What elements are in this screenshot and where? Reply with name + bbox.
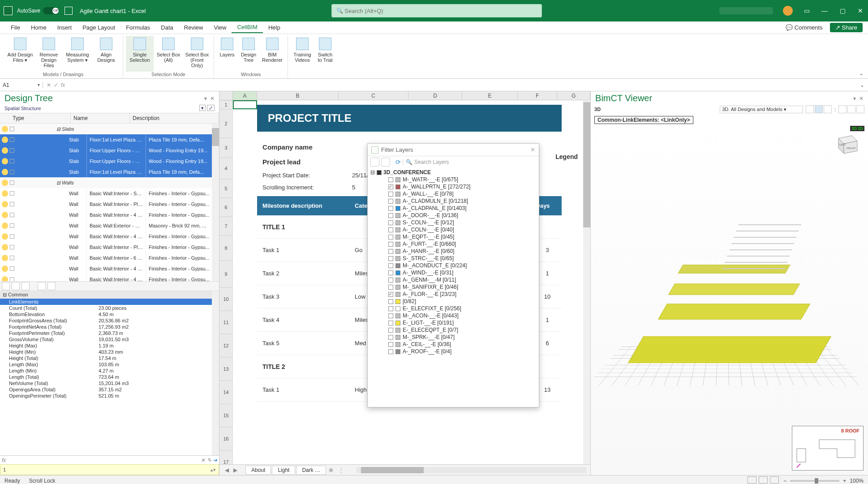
bim-close-icon[interactable]: ✕: [859, 95, 864, 102]
toolbar-btn-4[interactable]: [38, 282, 46, 290]
property-row[interactable]: Length (Min)4.27 m: [0, 368, 219, 374]
filter-layer-item[interactable]: A-_FLOR-__-E [23/23]: [370, 291, 536, 298]
add-design-files-button[interactable]: Add Design Files ▾: [6, 36, 34, 72]
tab-home[interactable]: Home: [26, 22, 52, 33]
bim-renderer-button[interactable]: BIM Renderer: [260, 36, 285, 72]
autosave-switch[interactable]: Off: [43, 7, 59, 14]
zoom-out-icon[interactable]: −: [783, 478, 786, 484]
tree-scrollbar[interactable]: [212, 124, 219, 281]
panel-dropdown-icon[interactable]: ▾: [204, 95, 207, 102]
tab-data[interactable]: Data: [155, 22, 178, 33]
bim-tool-6[interactable]: [856, 105, 864, 113]
minimize-button[interactable]: —: [821, 7, 829, 15]
filter-layer-item[interactable]: A-_HANR-__-E [0/60]: [370, 248, 536, 255]
fx-icon[interactable]: fx: [61, 82, 65, 88]
row-header[interactable]: 14: [219, 381, 233, 404]
col-type[interactable]: Type: [0, 113, 71, 123]
tree-row[interactable]: WallBasic Wall:Interior - Plu...Finishes…: [0, 242, 219, 253]
tree-row[interactable]: WallBasic Wall:Interior - Plu...Finishes…: [0, 199, 219, 210]
filter-layer-item[interactable]: E-_LIGT-__-E [0/191]: [370, 319, 536, 326]
filter-layer-item[interactable]: A-_DOOR-__-E [0/136]: [370, 212, 536, 219]
props-go-icon[interactable]: ➜: [213, 457, 217, 463]
filter-root-node[interactable]: ⊟ 3D_CONFERENCE: [370, 169, 536, 176]
col-header-a[interactable]: A: [233, 91, 257, 100]
tree-row[interactable]: SlabFloor:Upper Floors - Carp...Wood - F…: [0, 145, 219, 156]
remove-design-files-button[interactable]: Remove Design Files: [35, 36, 63, 72]
col-header-b[interactable]: B: [257, 91, 339, 100]
tab-review[interactable]: Review: [179, 22, 209, 33]
property-row[interactable]: FootprintPerimeter (Total)2,368.73 m: [0, 330, 219, 336]
zoom-in-icon[interactable]: +: [843, 478, 846, 484]
design-tree-button[interactable]: Design Tree: [238, 36, 259, 72]
col-header-e[interactable]: E: [462, 91, 518, 100]
filter-search[interactable]: 🔍 Search Layers: [403, 159, 536, 165]
row-header[interactable]: 8: [219, 236, 233, 261]
bim-tool-5[interactable]: [847, 105, 855, 113]
toolbar-btn-3[interactable]: [21, 282, 30, 290]
save-icon[interactable]: [64, 7, 73, 15]
toolbar-btn-5[interactable]: [47, 282, 56, 290]
property-row[interactable]: Length (Max)103.85 m: [0, 361, 219, 368]
property-row[interactable]: OpeningsPerimeter (Total)521.05 m: [0, 393, 219, 399]
tree-row[interactable]: WallBasic Wall:Interior - 4 7/...Finishe…: [0, 274, 219, 281]
single-selection-button[interactable]: Single Selection: [126, 36, 154, 72]
filter-layer-item[interactable]: A-_ROOF-__-E [0/4]: [370, 348, 536, 355]
tab-insert[interactable]: Insert: [52, 22, 77, 33]
comments-button[interactable]: 💬 Comments: [782, 23, 826, 32]
layers-button[interactable]: Layers: [217, 36, 237, 72]
bim-model-dropdown[interactable]: 3D. All Designs and Models ▾: [720, 106, 803, 113]
filter-layer-item[interactable]: E-_ELECEQPT_E [0/7]: [370, 326, 536, 334]
filter-layer-item[interactable]: A-_FURT-__-E [0/660]: [370, 240, 536, 248]
row-header[interactable]: 5: [219, 179, 233, 198]
bim-viewport[interactable]: 3D 2D LEFT FRONT 8 ROOF: [591, 126, 868, 475]
select-box-front-button[interactable]: Select Box (Front Only): [183, 36, 211, 72]
select-all-cell[interactable]: [219, 91, 233, 100]
tree-group[interactable]: ⊟ Walls: [0, 177, 219, 188]
sheet-hscroll[interactable]: [357, 467, 587, 473]
row-header[interactable]: 17: [219, 450, 233, 464]
tree-row[interactable]: WallBasic Wall:Interior - Sou...Finishes…: [0, 188, 219, 199]
sheet-tab-about[interactable]: About: [245, 466, 271, 475]
filter-layer-item[interactable]: A-_CEIL-__-E [0/36]: [370, 341, 536, 348]
col-name[interactable]: Name: [71, 113, 130, 123]
filter-icon[interactable]: ▾: [199, 105, 206, 111]
ribbon-collapse-icon[interactable]: ⌄: [859, 70, 864, 77]
filter-layer-item[interactable]: M-_ACON-__-E [0/443]: [370, 312, 536, 319]
search-bar[interactable]: 🔍: [331, 4, 542, 17]
tree-row[interactable]: SlabFloor:1st Level Plaza 3'...Plaza Til…: [0, 167, 219, 177]
view-page-layout-icon[interactable]: [759, 476, 768, 484]
col-header-c[interactable]: C: [339, 91, 408, 100]
tree-row[interactable]: WallBasic Wall:Exterior - Bric...Masonry…: [0, 220, 219, 231]
row-header[interactable]: 2: [219, 109, 233, 138]
filter-refresh-icon[interactable]: ⟳: [395, 158, 401, 166]
tree-row[interactable]: WallBasic Wall:Interior - 4 7/...Finishe…: [0, 210, 219, 220]
row-header[interactable]: 11: [219, 311, 233, 334]
formula-expand-icon[interactable]: ⌄: [856, 82, 868, 88]
property-row[interactable]: Height (Total)17.54 m: [0, 355, 219, 361]
property-row[interactable]: OpeningsArea (Total)357.15 m2: [0, 386, 219, 393]
maximize-button[interactable]: ▢: [838, 7, 847, 15]
property-row[interactable]: FootprintGrossArea (Total)20,536.86 m2: [0, 317, 219, 324]
bim-tool-2[interactable]: [815, 105, 823, 113]
tab-help[interactable]: Help: [263, 22, 286, 33]
switch-to-trial-button[interactable]: Switch to Trial: [315, 36, 335, 72]
filter-layer-item[interactable]: A-_CLADMULN_E [0/1218]: [370, 197, 536, 205]
row-header[interactable]: 6: [219, 198, 233, 217]
toolbar-btn-2[interactable]: [12, 282, 20, 290]
property-row[interactable]: LinkElements: [0, 299, 219, 305]
accept-formula-icon[interactable]: ✓: [54, 82, 58, 88]
filter-layer-item[interactable]: M-_WATR-__-E [0/675]: [370, 176, 536, 183]
property-row[interactable]: BottomElevation4.50 m: [0, 311, 219, 317]
filter-layer-item[interactable]: A-_WIND-__-E [0/31]: [370, 269, 536, 276]
close-button[interactable]: ✕: [856, 7, 864, 15]
filter-layer-item[interactable]: A-_WALLPRTN_E [272/272]: [370, 183, 536, 190]
property-row[interactable]: Count (Total)23.00 pieces: [0, 305, 219, 311]
col-desc[interactable]: Description: [130, 113, 219, 123]
bim-minimap[interactable]: 8 ROOF: [792, 426, 864, 471]
tab-cellbim[interactable]: CellBIM: [232, 22, 263, 33]
props-scrollbar[interactable]: [212, 291, 219, 455]
row-header[interactable]: 3: [219, 138, 233, 158]
bim-view-cube[interactable]: LEFT FRONT: [833, 130, 860, 157]
row-header[interactable]: 1: [219, 100, 233, 109]
cancel-formula-icon[interactable]: ✕: [47, 82, 51, 88]
